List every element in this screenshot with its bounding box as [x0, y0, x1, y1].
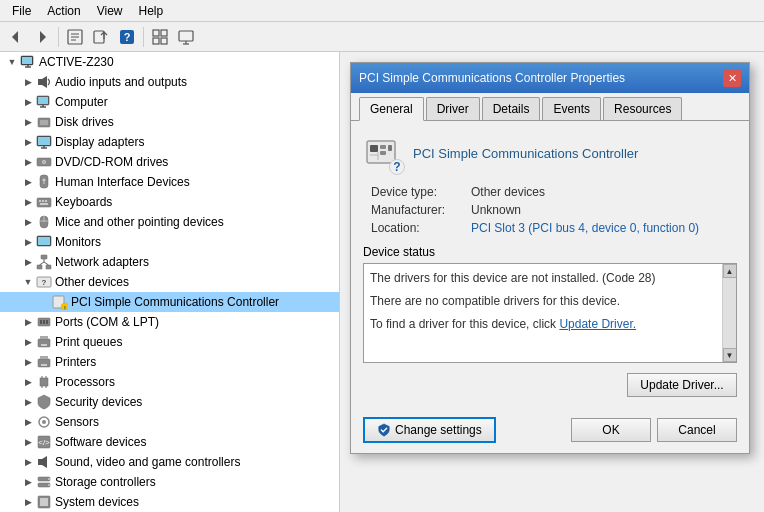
tab-driver[interactable]: Driver: [426, 97, 480, 120]
svg-line-53: [40, 262, 45, 265]
expand-root-icon: ▼: [4, 54, 20, 70]
tree-item-disk[interactable]: ▶Disk drives: [0, 112, 339, 132]
computer-icon: [20, 54, 36, 70]
back-button[interactable]: [4, 25, 28, 49]
dialog-content: ? PCI Simple Communications Controller D…: [351, 121, 749, 417]
dialog-close-button[interactable]: ✕: [723, 69, 741, 87]
tree-root-label: ACTIVE-Z230: [39, 55, 114, 69]
tree-item-network[interactable]: ▶Network adapters: [0, 252, 339, 272]
tree-item-computer[interactable]: ▶Computer: [0, 92, 339, 112]
network-icon: [36, 254, 52, 270]
tree-label-display: Display adapters: [55, 135, 144, 149]
svg-text:?: ?: [42, 278, 47, 287]
menu-file[interactable]: File: [4, 2, 39, 20]
menu-action[interactable]: Action: [39, 2, 88, 20]
manufacturer-value: Unknown: [471, 203, 521, 217]
properties-button[interactable]: [63, 25, 87, 49]
expand-system-icon: ▶: [20, 494, 36, 510]
tree-item-software[interactable]: ▶</>Software devices: [0, 432, 339, 452]
tree-item-mice[interactable]: ▶Mice and other pointing devices: [0, 212, 339, 232]
tree-label-hid: Human Interface Devices: [55, 175, 190, 189]
tree-item-processors[interactable]: ▶Processors: [0, 372, 339, 392]
scan-button[interactable]: [148, 25, 172, 49]
expand-other-icon: ▼: [20, 274, 36, 290]
security-icon: [36, 394, 52, 410]
tree-item-ports[interactable]: ▶Ports (COM & LPT): [0, 312, 339, 332]
svg-rect-70: [40, 378, 48, 386]
forward-button[interactable]: [30, 25, 54, 49]
tree-item-display[interactable]: ▶Display adapters: [0, 132, 339, 152]
update-driver-button[interactable]: Update Driver...: [627, 373, 737, 397]
help-toolbar-button[interactable]: ?: [115, 25, 139, 49]
tree-item-printers[interactable]: ▶Printers: [0, 352, 339, 372]
svg-point-84: [48, 484, 50, 486]
svg-rect-42: [45, 200, 47, 202]
tab-general[interactable]: General: [359, 97, 424, 121]
manufacturer-label: Manufacturer:: [371, 203, 471, 217]
cancel-button[interactable]: Cancel: [657, 418, 737, 442]
unknown-icon: !: [52, 294, 68, 310]
menu-help[interactable]: Help: [131, 2, 172, 20]
tree-item-monitors[interactable]: ▶Monitors: [0, 232, 339, 252]
svg-rect-69: [41, 364, 47, 366]
ok-button[interactable]: OK: [571, 418, 651, 442]
device-tree: ▼ ACTIVE-Z230 ▶Audio inputs and outputs▶…: [0, 52, 340, 512]
update-driver-link[interactable]: Update Driver.: [559, 317, 636, 331]
expand-audio-icon: ▶: [20, 74, 36, 90]
tree-label-other: Other devices: [55, 275, 129, 289]
change-settings-button[interactable]: Change settings: [363, 417, 496, 443]
svg-rect-13: [161, 38, 167, 44]
printer-icon: [36, 354, 52, 370]
tree-item-sound[interactable]: ▶Sound, video and game controllers: [0, 452, 339, 472]
scroll-down-button[interactable]: ▼: [723, 348, 737, 362]
mouse-icon: [36, 214, 52, 230]
svg-line-54: [44, 262, 49, 265]
tree-item-dvd[interactable]: ▶DVD/CD-ROM drives: [0, 152, 339, 172]
tab-details[interactable]: Details: [482, 97, 541, 120]
svg-rect-93: [380, 145, 386, 149]
tree-root[interactable]: ▼ ACTIVE-Z230: [0, 52, 339, 72]
tree-label-audio: Audio inputs and outputs: [55, 75, 187, 89]
device-type-label: Device type:: [371, 185, 471, 199]
expand-dvd-icon: ▶: [20, 154, 36, 170]
tab-resources[interactable]: Resources: [603, 97, 682, 120]
tree-item-pci[interactable]: ! PCI Simple Communications Controller: [0, 292, 339, 312]
tab-events[interactable]: Events: [542, 97, 601, 120]
tree-item-audio[interactable]: ▶Audio inputs and outputs: [0, 72, 339, 92]
tree-item-security[interactable]: ▶Security devices: [0, 392, 339, 412]
tree-label-print-queues: Print queues: [55, 335, 122, 349]
hid-icon: [36, 174, 52, 190]
expand-printers-icon: ▶: [20, 354, 36, 370]
update-driver-toolbar-button[interactable]: [89, 25, 113, 49]
tree-item-system[interactable]: ▶System devices: [0, 492, 339, 512]
tree-item-sensors[interactable]: ▶Sensors: [0, 412, 339, 432]
menu-bar: File Action View Help: [0, 0, 764, 22]
svg-rect-41: [42, 200, 44, 202]
svg-rect-62: [43, 320, 45, 324]
menu-view[interactable]: View: [89, 2, 131, 20]
expand-disk-icon: ▶: [20, 114, 36, 130]
tree-item-print-queues[interactable]: ▶Print queues: [0, 332, 339, 352]
dialog-title: PCI Simple Communications Controller Pro…: [359, 71, 625, 85]
properties-table: Device type: Other devices Manufacturer:…: [363, 185, 737, 235]
print-icon: [36, 334, 52, 350]
svg-rect-61: [40, 320, 42, 324]
system-icon: [36, 494, 52, 510]
display-icon: [36, 134, 52, 150]
device-status-section: Device status The drivers for this devic…: [363, 245, 737, 363]
svg-rect-18: [22, 57, 32, 64]
tree-item-storage[interactable]: ▶Storage controllers: [0, 472, 339, 492]
svg-point-83: [48, 478, 50, 480]
tree-item-other[interactable]: ▼?Other devices: [0, 272, 339, 292]
status-scrollbar[interactable]: ▲ ▼: [722, 264, 736, 362]
tree-label-network: Network adapters: [55, 255, 149, 269]
tree-item-hid[interactable]: ▶Human Interface Devices: [0, 172, 339, 192]
scroll-up-button[interactable]: ▲: [723, 264, 737, 278]
monitor-toolbar-button[interactable]: [174, 25, 198, 49]
tree-item-keyboards[interactable]: ▶Keyboards: [0, 192, 339, 212]
location-value: PCI Slot 3 (PCI bus 4, device 0, functio…: [471, 221, 699, 235]
keyboard-icon: [36, 194, 52, 210]
tree-label-ports: Ports (COM & LPT): [55, 315, 159, 329]
dialog-titlebar: PCI Simple Communications Controller Pro…: [351, 63, 749, 93]
question-badge-icon: ?: [389, 159, 405, 175]
